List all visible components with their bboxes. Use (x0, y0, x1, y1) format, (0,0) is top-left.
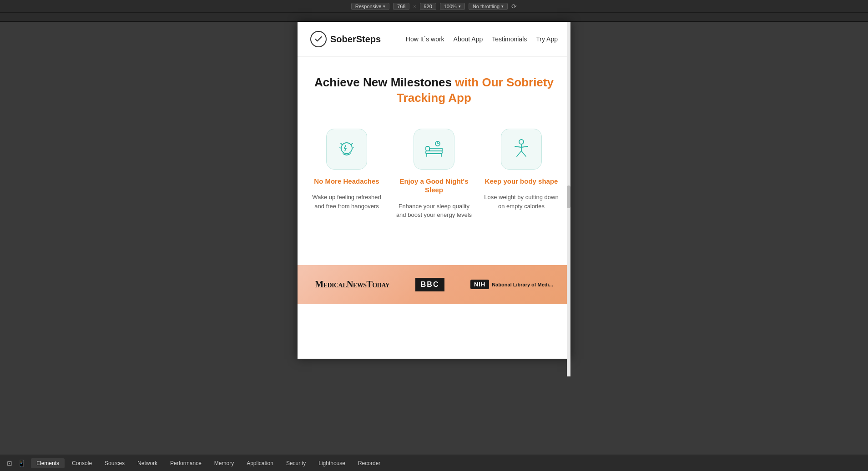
feature-title-body: Keep your body shape (485, 177, 558, 186)
chevron-down-icon: ▾ (383, 4, 385, 9)
body-icon-box (501, 129, 542, 170)
hero-title: Achieve New Milestones with Our Sobriety… (310, 75, 558, 106)
devtools-tab-recorder[interactable]: Recorder (353, 458, 386, 468)
sleep-icon-box (414, 129, 454, 170)
nav-testimonials[interactable]: Testimonials (492, 35, 527, 43)
devtools-tab-application[interactable]: Application (241, 458, 279, 468)
height-field[interactable]: 920 (420, 3, 436, 10)
feature-desc-sleep: Enhance your sleep quality and boost you… (394, 202, 474, 220)
devtools-left-icons: ⊡ 📱 (5, 459, 25, 467)
body-shape-icon (510, 138, 532, 160)
dimension-separator: × (413, 4, 416, 9)
devtools-cursor-icon[interactable]: ⊡ (5, 459, 14, 467)
nav-links: How It´s work About App Testimonials Try… (406, 35, 558, 43)
medical-news-today-logo: MedicalNewsToday (315, 279, 389, 290)
devtools-bar: ⊡ 📱 Elements Console Sources Network Per… (0, 455, 868, 471)
feature-desc-headaches: Wake up feeling refreshed and free from … (307, 193, 387, 210)
svg-line-9 (521, 151, 526, 156)
devtools-tab-elements[interactable]: Elements (31, 458, 65, 468)
logo: SoberSteps (310, 31, 381, 47)
devtools-tab-security[interactable]: Security (281, 458, 311, 468)
features-section: No More Headaches Wake up feeling refres… (298, 115, 570, 238)
feature-card-body: Keep your body shape Lose weight by cutt… (481, 129, 561, 220)
device-selector[interactable]: Responsive ▾ (351, 3, 389, 10)
bbc-logo: BBC (415, 278, 445, 291)
nih-badge: NIH (470, 280, 489, 289)
feature-desc-body: Lose weight by cutting down on empty cal… (481, 193, 561, 210)
logo-text: SoberSteps (330, 34, 381, 45)
page-body: SoberSteps How It´s work About App Testi… (0, 22, 868, 431)
viewport: SoberSteps How It´s work About App Testi… (298, 22, 570, 359)
logos-band: MedicalNewsToday BBC NIH National Librar… (298, 265, 570, 304)
width-field[interactable]: 768 (393, 3, 409, 10)
feature-card-headaches: No More Headaches Wake up feeling refres… (307, 129, 387, 220)
hero-section: Achieve New Milestones with Our Sobriety… (298, 57, 570, 115)
chevron-down-icon: ▾ (501, 4, 504, 9)
nav-how-it-works[interactable]: How It´s work (406, 35, 444, 43)
devtools-tab-network[interactable]: Network (132, 458, 163, 468)
svg-rect-2 (426, 146, 429, 151)
svg-line-8 (517, 151, 521, 156)
nih-text: National Library of Medi... (492, 282, 553, 287)
logo-icon (310, 31, 327, 47)
viewport-wrapper: SoberSteps How It´s work About App Testi… (298, 22, 570, 359)
feature-card-sleep: Enjoy a Good Night's Sleep Enhance your … (394, 129, 474, 220)
devtools-tab-lighthouse[interactable]: Lighthouse (313, 458, 351, 468)
throttle-selector[interactable]: No throttling ▾ (469, 3, 508, 10)
headache-icon-box (326, 129, 367, 170)
ruler (0, 13, 868, 22)
devtools-mobile-icon[interactable]: 📱 (17, 459, 25, 467)
feature-title-headaches: No More Headaches (314, 177, 379, 186)
sleep-icon (423, 138, 445, 160)
feature-title-sleep: Enjoy a Good Night's Sleep (394, 177, 474, 195)
chevron-down-icon: ▾ (459, 4, 461, 9)
rotate-icon[interactable]: ⟳ (511, 3, 517, 10)
svg-point-6 (519, 140, 524, 144)
nav-about-app[interactable]: About App (454, 35, 483, 43)
devtools-tab-sources[interactable]: Sources (99, 458, 130, 468)
headache-icon (336, 138, 358, 160)
nav-try-app[interactable]: Try App (536, 35, 558, 43)
devtools-tab-console[interactable]: Console (66, 458, 97, 468)
device-label: Responsive (355, 4, 381, 9)
scrollbar-thumb[interactable] (567, 185, 570, 208)
devtools-tab-memory[interactable]: Memory (209, 458, 239, 468)
bottom-white-area (298, 304, 570, 359)
spacer (298, 238, 570, 265)
hero-title-plain: Achieve New Milestones (314, 75, 455, 89)
svg-point-0 (341, 143, 352, 154)
devtools-tab-performance[interactable]: Performance (165, 458, 207, 468)
zoom-selector[interactable]: 100% ▾ (440, 3, 465, 10)
scrollbar[interactable] (567, 22, 570, 376)
navigation: SoberSteps How It´s work About App Testi… (298, 22, 570, 57)
browser-chrome: Responsive ▾ 768 × 920 100% ▾ No throttl… (0, 0, 868, 13)
nih-logo: NIH National Library of Medi... (470, 280, 553, 289)
